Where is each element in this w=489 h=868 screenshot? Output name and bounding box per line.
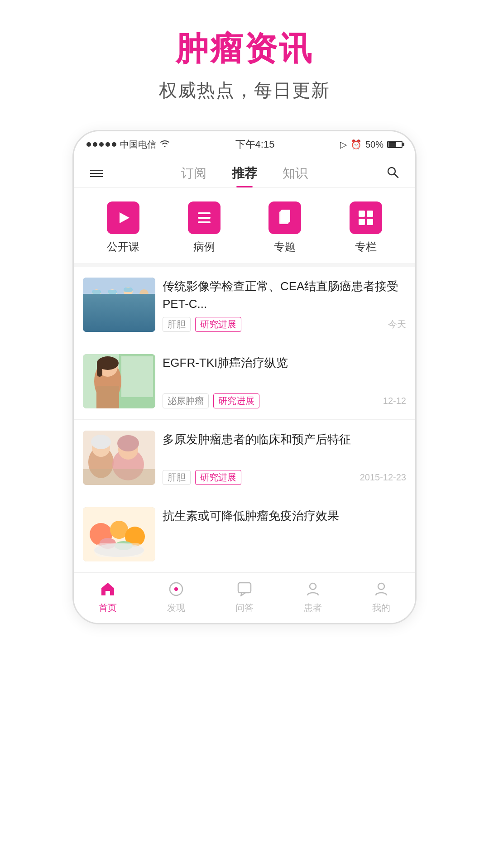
svg-point-21: [138, 294, 150, 311]
battery-percent: 50%: [365, 139, 384, 150]
article-thumb: [83, 507, 155, 561]
page-header: 肿瘤资讯 权威热点，每日更新: [159, 0, 330, 121]
svg-rect-25: [124, 288, 133, 292]
location-icon: ▷: [340, 139, 347, 150]
svg-rect-9: [359, 211, 365, 217]
alarm-icon: ⏰: [350, 139, 362, 150]
svg-marker-2: [120, 212, 129, 223]
article-item[interactable]: EGFR-TKI肺癌治疗纵览 泌尿肿瘤 研究进展 12-12: [74, 343, 415, 420]
category-cases[interactable]: 病例: [188, 201, 221, 254]
menu-button[interactable]: [86, 166, 106, 181]
svg-rect-3: [198, 212, 211, 214]
tag-urologic: 泌尿肿瘤: [163, 393, 209, 408]
topics-icon: [268, 201, 301, 234]
svg-point-53: [310, 583, 316, 590]
battery-bar: [387, 141, 403, 148]
svg-rect-23: [92, 290, 101, 294]
page-subtitle: 权威热点，每日更新: [159, 78, 330, 103]
article-content: 抗生素或可降低肿瘤免疫治疗效果: [163, 507, 406, 561]
svg-point-37: [91, 435, 111, 449]
tag-research: 研究进展: [195, 317, 241, 332]
home-icon: [98, 579, 118, 599]
svg-line-1: [394, 174, 398, 177]
svg-point-19: [122, 292, 134, 308]
topics-label: 专题: [274, 240, 296, 254]
bottom-nav: 首页 发现 问答: [74, 572, 415, 623]
columns-icon: [350, 201, 382, 234]
qa-icon: [235, 579, 254, 599]
article-date: 今天: [388, 318, 406, 331]
tag-research: 研究进展: [195, 470, 241, 485]
svg-rect-13: [83, 278, 155, 332]
categories: 公开课 病例 专题: [74, 188, 415, 267]
svg-rect-52: [238, 583, 251, 593]
opencourse-label: 公开课: [107, 240, 139, 254]
qa-label: 问答: [235, 602, 254, 614]
opencourse-icon: [107, 201, 139, 234]
phone-mockup: 中国电信 下午4:15 ▷ ⏰ 50% 订阅: [72, 130, 417, 624]
svg-rect-28: [121, 356, 153, 397]
svg-rect-41: [83, 469, 155, 485]
article-content: 多原发肿瘤患者的临床和预产后特征 肝胆 研究进展 2015-12-23: [163, 431, 406, 485]
article-thumb: [83, 431, 155, 485]
article-thumb: [83, 278, 155, 332]
article-meta: 泌尿肿瘤 研究进展 12-12: [163, 393, 406, 408]
svg-rect-33: [96, 386, 119, 408]
tab-recommend[interactable]: 推荐: [219, 159, 270, 187]
svg-point-22: [139, 289, 149, 298]
svg-rect-12: [367, 219, 373, 225]
article-meta: 肝胆 研究进展 今天: [163, 317, 406, 332]
category-columns[interactable]: 专栏: [350, 201, 382, 254]
bottom-nav-home[interactable]: 首页: [74, 579, 142, 614]
tag-research: 研究进展: [213, 393, 259, 408]
tag-hepatic: 肝胆: [163, 317, 191, 332]
article-item[interactable]: 多原发肿瘤患者的临床和预产后特征 肝胆 研究进展 2015-12-23: [74, 420, 415, 496]
article-thumb: [83, 354, 155, 408]
discover-label: 发现: [167, 602, 185, 614]
svg-point-51: [174, 587, 178, 591]
article-list: 传统影像学检查正常、CEA结直肠癌患者接受PET-C... 肝胆 研究进展 今天: [74, 267, 415, 572]
svg-rect-5: [198, 221, 211, 223]
article-content: EGFR-TKI肺癌治疗纵览 泌尿肿瘤 研究进展 12-12: [163, 354, 406, 408]
article-item[interactable]: 抗生素或可降低肿瘤免疫治疗效果: [74, 496, 415, 572]
article-item[interactable]: 传统影像学检查正常、CEA结直肠癌患者接受PET-C... 肝胆 研究进展 今天: [74, 267, 415, 343]
cases-label: 病例: [193, 240, 215, 254]
wifi-icon: [160, 139, 170, 150]
category-opencourse[interactable]: 公开课: [107, 201, 139, 254]
svg-rect-32: [97, 361, 102, 377]
bottom-nav-patients[interactable]: 患者: [278, 579, 347, 614]
svg-point-15: [90, 294, 103, 311]
home-label: 首页: [99, 602, 117, 614]
tab-knowledge[interactable]: 知识: [270, 159, 321, 187]
article-title: 传统影像学检查正常、CEA结直肠癌患者接受PET-C...: [163, 278, 406, 313]
carrier-label: 中国电信: [120, 139, 156, 151]
mine-icon: [371, 579, 391, 599]
article-date: 12-12: [383, 396, 406, 406]
columns-label: 专栏: [355, 240, 377, 254]
article-date: 2015-12-23: [360, 472, 406, 483]
nav-tabs: 订阅 推荐 知识: [106, 159, 383, 187]
tab-subscribe[interactable]: 订阅: [168, 159, 219, 187]
tag-hepatic: 肝胆: [163, 470, 191, 485]
mine-label: 我的: [372, 602, 390, 614]
article-meta: 肝胆 研究进展 2015-12-23: [163, 470, 406, 485]
status-left: 中国电信: [86, 139, 170, 151]
svg-rect-14: [83, 305, 155, 332]
cases-icon: [188, 201, 221, 234]
article-title: 多原发肿瘤患者的临床和预产后特征: [163, 431, 406, 448]
svg-rect-24: [108, 290, 117, 294]
bottom-nav-discover[interactable]: 发现: [142, 579, 211, 614]
svg-rect-49: [94, 543, 144, 557]
signal-dots: [86, 142, 116, 147]
category-topics[interactable]: 专题: [268, 201, 301, 254]
patients-icon: [303, 579, 323, 599]
bottom-nav-qa[interactable]: 问答: [211, 579, 279, 614]
bottom-nav-mine[interactable]: 我的: [347, 579, 415, 614]
article-title: 抗生素或可降低肿瘤免疫治疗效果: [163, 507, 406, 525]
svg-rect-4: [198, 217, 211, 219]
nav-bar: 订阅 推荐 知识: [74, 155, 415, 188]
search-button[interactable]: [383, 162, 403, 185]
svg-point-54: [378, 583, 384, 590]
status-time: 下午4:15: [235, 138, 275, 151]
svg-point-17: [106, 294, 119, 311]
